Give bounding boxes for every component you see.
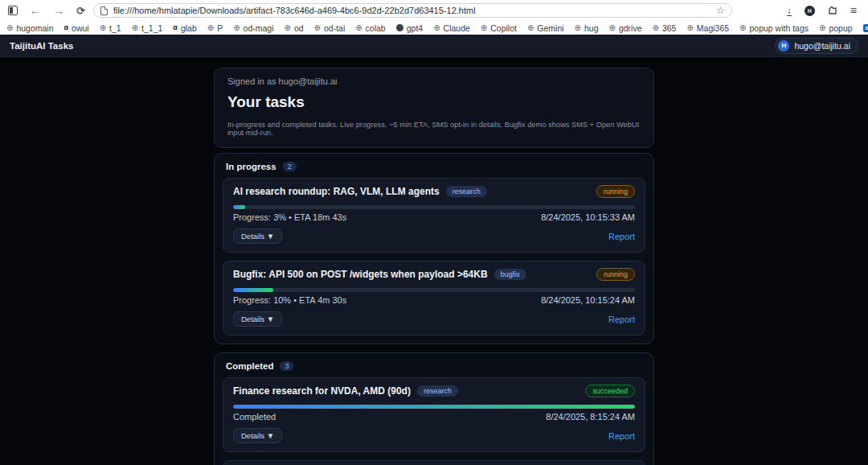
bookmark-item[interactable]: ⊕Magi365 xyxy=(686,23,729,33)
bookmarks-bar: ⊕hugomain αowui ⊕t_1 ⊕t_1_1 αglab ⊕P ⊕od… xyxy=(0,21,868,35)
forward-icon[interactable]: → xyxy=(53,5,64,16)
globe-icon: ⊕ xyxy=(233,24,240,32)
url-text[interactable]: file:///home/hmlatapie/Downloads/artifac… xyxy=(113,6,710,15)
bookmark-star-icon[interactable]: ☆ xyxy=(716,5,725,16)
bookmark-item[interactable]: ⊕popup xyxy=(819,23,853,33)
bookmark-item[interactable]: ⊕P xyxy=(207,23,223,33)
status-badge: running xyxy=(596,268,635,281)
alpha-icon: α xyxy=(173,24,178,31)
openai-icon xyxy=(396,24,403,31)
progress-track xyxy=(233,205,635,209)
progress-track xyxy=(233,288,635,292)
bookmark-item[interactable]: ⊕Copilot xyxy=(481,23,517,33)
bookmark-item[interactable]: αowui xyxy=(64,23,89,33)
section-count-badge: 2 xyxy=(283,162,297,171)
progress-fill xyxy=(233,288,273,292)
details-button[interactable]: Details ▼ xyxy=(233,311,282,327)
globe-icon: ⊕ xyxy=(6,24,13,32)
progress-text: Progress: 3% • ETA 18m 43s xyxy=(233,212,346,222)
status-badge: running xyxy=(596,185,635,198)
details-button[interactable]: Details ▼ xyxy=(233,428,282,443)
task-card: Invoice extraction: 20 invoices to Googl… xyxy=(223,460,645,465)
tab-icon[interactable] xyxy=(8,6,18,15)
task-card: AI research roundup: RAG, VLM, LLM agent… xyxy=(223,178,645,253)
menu-icon[interactable]: ≡ xyxy=(850,5,857,16)
bookmark-item[interactable]: ⊕hugomain xyxy=(6,23,54,33)
signed-in-text: Signed in as hugo@taijitu.ai xyxy=(227,76,641,86)
bookmark-item[interactable]: ⊕hug xyxy=(575,23,599,33)
globe-icon: ⊕ xyxy=(575,24,581,32)
alpha-icon: α xyxy=(64,24,69,31)
back-icon[interactable]: ← xyxy=(30,5,41,16)
task-tag: research xyxy=(446,186,487,197)
bookmark-item[interactable]: ⊕popup with tags xyxy=(739,23,809,33)
bookmark-item[interactable]: ⊕od-tai xyxy=(314,23,346,33)
globe-icon: ⊕ xyxy=(608,24,615,32)
progress-text: Progress: 10% • ETA 4m 30s xyxy=(233,295,346,305)
globe-icon: ⊕ xyxy=(314,24,321,32)
file-icon xyxy=(100,6,108,15)
task-timestamp: 8/24/2025, 10:15:24 AM xyxy=(541,295,635,305)
globe-icon: ⊕ xyxy=(132,24,138,32)
bookmark-item[interactable]: ⊕Claude xyxy=(433,23,470,33)
globe-icon: ⊕ xyxy=(207,24,214,32)
bookmark-item[interactable]: ⊕365 xyxy=(652,23,676,33)
task-timestamp: 8/24/2025, 10:15:33 AM xyxy=(541,212,635,222)
browser-nav-row: ← → ⟳ file:///home/hmlatapie/Downloads/a… xyxy=(0,0,868,21)
reload-icon[interactable]: ⟳ xyxy=(76,5,85,17)
task-title: Finance research for NVDA, AMD (90d) xyxy=(233,385,411,397)
bookmark-item[interactable]: ⊕gdrive xyxy=(608,23,641,33)
task-timestamp: 8/24/2025, 8:15:24 AM xyxy=(546,412,635,422)
download-icon[interactable]: ↓ xyxy=(787,6,792,16)
avatar: H xyxy=(778,40,789,51)
progress-text: Completed xyxy=(233,412,276,422)
bookmark-item[interactable]: ⊕Gemini xyxy=(527,23,564,33)
bookmark-item[interactable]: ⊕t_1 xyxy=(100,23,121,33)
bookmark-item[interactable]: ⊕t_1_1 xyxy=(132,23,163,33)
page-header-card: Signed in as hugo@taijitu.ai Your tasks … xyxy=(214,68,654,148)
status-badge: succeeded xyxy=(585,385,635,397)
section-title: Completed xyxy=(226,361,273,371)
progress-fill xyxy=(233,405,635,409)
bookmark-item[interactable]: ⊕colab xyxy=(355,23,386,33)
task-tag: bugfix xyxy=(494,269,526,280)
url-bar[interactable]: file:///home/hmlatapie/Downloads/artifac… xyxy=(93,3,732,18)
app-header: TaijituAI Tasks H hugo@taijitu.ai xyxy=(0,35,868,57)
page-title: Your tasks xyxy=(227,93,641,111)
outlook-icon xyxy=(863,24,868,32)
browser-chrome: ← → ⟳ file:///home/hmlatapie/Downloads/a… xyxy=(0,0,868,35)
globe-icon: ⊕ xyxy=(527,24,534,32)
user-email: hugo@taijitu.ai xyxy=(794,41,850,51)
globe-icon: ⊕ xyxy=(355,24,362,32)
globe-icon: ⊕ xyxy=(686,24,693,32)
report-link[interactable]: Report xyxy=(608,315,635,324)
user-pill[interactable]: H hugo@taijitu.ai xyxy=(775,38,858,54)
profile-icon[interactable]: H xyxy=(805,6,815,16)
bookmark-item[interactable]: αglab xyxy=(173,23,196,33)
details-button[interactable]: Details ▼ xyxy=(233,228,282,244)
task-card: Finance research for NVDA, AMD (90d) res… xyxy=(223,377,645,452)
section-completed: Completed 3 Finance research for NVDA, A… xyxy=(214,352,654,465)
task-card: Bugfix: API 500 on POST /widgets when pa… xyxy=(223,261,645,335)
task-title: Bugfix: API 500 on POST /widgets when pa… xyxy=(233,269,488,280)
globe-icon: ⊕ xyxy=(819,24,825,32)
bookmark-item[interactable]: gpt4 xyxy=(396,23,423,33)
globe-icon: ⊕ xyxy=(481,24,487,32)
globe-icon: ⊕ xyxy=(100,24,106,32)
page-subtitle: In-progress and completed tasks. Live pr… xyxy=(227,121,641,137)
globe-icon: ⊕ xyxy=(739,24,746,32)
page-body: Signed in as hugo@taijitu.ai Your tasks … xyxy=(0,57,868,465)
bookmark-item[interactable]: ⊕od-magi xyxy=(233,23,273,33)
progress-track xyxy=(233,405,635,409)
bookmark-item[interactable]: ⊕od xyxy=(284,23,303,33)
bookmark-item[interactable]: mail xyxy=(863,23,868,33)
app-title: TaijituAI Tasks xyxy=(10,41,73,51)
task-title: AI research roundup: RAG, VLM, LLM agent… xyxy=(233,186,440,197)
report-link[interactable]: Report xyxy=(608,232,635,241)
extension-icon[interactable] xyxy=(828,6,837,15)
globe-icon: ⊕ xyxy=(433,24,440,32)
section-in-progress: In progress 2 AI research roundup: RAG, … xyxy=(214,153,654,344)
section-title: In progress xyxy=(226,162,276,171)
section-count-badge: 3 xyxy=(280,361,293,371)
report-link[interactable]: Report xyxy=(608,431,635,441)
